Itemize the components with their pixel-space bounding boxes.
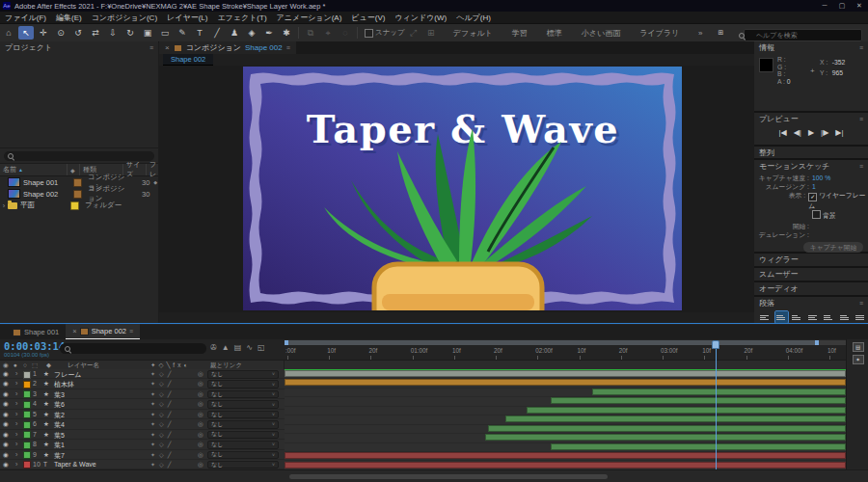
maximize-button[interactable]: ▢ bbox=[833, 2, 851, 10]
pickwhip-icon[interactable]: ◎ bbox=[198, 400, 203, 408]
menu-item-6[interactable]: ビュー(V) bbox=[346, 13, 390, 23]
mini-map-icon[interactable]: ✦ bbox=[853, 355, 864, 364]
align-button-2[interactable] bbox=[791, 311, 804, 323]
workspace-2[interactable]: 標準 bbox=[547, 28, 562, 39]
twirl-icon[interactable]: › bbox=[15, 441, 17, 447]
eraser-tool-icon[interactable]: ◈ bbox=[244, 26, 259, 40]
twirl-icon[interactable]: › bbox=[15, 400, 17, 407]
eye-icon[interactable]: ◉ bbox=[3, 431, 9, 439]
layer-switch-icons[interactable]: ✦◇╱ bbox=[150, 420, 175, 427]
layer-duration-bar[interactable] bbox=[285, 452, 846, 459]
layer-row-6[interactable]: ◉›6★葉4✦◇╱◎なし˅ bbox=[0, 419, 285, 429]
parent-link-dropdown[interactable]: なし˅ bbox=[207, 420, 279, 429]
layer-switch-icons[interactable]: ✦◇╱ bbox=[150, 370, 175, 377]
comp-button-icon[interactable]: ▤ bbox=[853, 342, 864, 352]
label-chip[interactable] bbox=[23, 390, 31, 398]
zoom-out-icon[interactable]: ⤢ bbox=[406, 26, 421, 40]
composition-viewer[interactable]: Taper & Wave Taper & Wave (69.8 %) ˅ フル画… bbox=[159, 66, 754, 312]
label-chip[interactable] bbox=[23, 442, 31, 449]
snap-toggle[interactable]: スナップ bbox=[365, 28, 405, 38]
twirl-icon[interactable]: › bbox=[15, 420, 17, 427]
close-button[interactable]: ✕ bbox=[851, 2, 868, 10]
switches-column-icons[interactable]: ✦◇╲fx◐ bbox=[150, 362, 190, 369]
selection-tool-icon[interactable]: ↖ bbox=[18, 26, 34, 40]
layer-duration-bar[interactable] bbox=[551, 443, 846, 450]
eye-icon[interactable]: ◉ bbox=[3, 400, 9, 408]
project-item-1[interactable]: Shape 002コンポジション30 bbox=[0, 188, 158, 200]
pickwhip-icon[interactable]: ◎ bbox=[198, 461, 203, 469]
label-chip[interactable] bbox=[73, 178, 82, 187]
project-item-2[interactable]: ›平面フォルダー bbox=[0, 200, 158, 211]
home-tool-icon[interactable]: ⌂ bbox=[1, 26, 16, 40]
pickwhip-icon[interactable]: ◎ bbox=[198, 370, 203, 378]
layer-duration-bar[interactable] bbox=[285, 370, 846, 377]
align-button-3[interactable] bbox=[807, 311, 821, 323]
menu-item-0[interactable]: ファイル(F) bbox=[0, 13, 51, 23]
pan-camera-tool-icon[interactable]: ⇄ bbox=[88, 26, 103, 40]
minimize-button[interactable]: ─ bbox=[816, 2, 833, 10]
twirl-icon[interactable]: › bbox=[0, 202, 8, 209]
label-chip[interactable] bbox=[23, 431, 31, 439]
frame-blend-icon[interactable]: ∿ bbox=[246, 343, 253, 352]
project-column-headers[interactable]: 名前 ▲ ◆ 種類 サイズ フレ bbox=[0, 164, 158, 176]
layer-switch-icons[interactable]: ✦◇╱ bbox=[150, 380, 175, 387]
marker-column-icon[interactable]: ◆ bbox=[46, 362, 51, 369]
rotation-tool-icon[interactable]: ↻ bbox=[122, 26, 138, 40]
timeline-tab-shape002[interactable]: × Shape 002 ≡ bbox=[66, 324, 140, 339]
close-tab-icon[interactable]: × bbox=[165, 43, 170, 52]
layer-switch-icons[interactable]: ✦◇╱ bbox=[150, 431, 175, 438]
camera-tool-icon[interactable]: ▣ bbox=[140, 26, 155, 40]
layer-row-2[interactable]: ◉›2★植木鉢✦◇╱◎なし˅ bbox=[0, 379, 285, 388]
menu-item-7[interactable]: ウィンドウ(W) bbox=[390, 13, 451, 23]
parent-link-dropdown[interactable]: なし˅ bbox=[207, 461, 279, 469]
align-button-5[interactable] bbox=[839, 311, 853, 323]
close-tab-icon[interactable]: × bbox=[72, 327, 76, 335]
pickwhip-icon[interactable]: ◎ bbox=[198, 420, 203, 428]
capture-speed-value[interactable]: 100 % bbox=[812, 174, 830, 182]
eye-icon[interactable]: ◉ bbox=[3, 390, 9, 398]
work-area-start-handle[interactable] bbox=[285, 340, 288, 345]
workspace-4[interactable]: ライブラリ bbox=[639, 28, 679, 39]
snap-checkbox[interactable] bbox=[365, 29, 373, 38]
first-frame-button[interactable]: |◀ bbox=[778, 128, 786, 137]
workspace-overflow-icon[interactable]: » bbox=[698, 29, 702, 38]
audio-panel-title[interactable]: オーディオ bbox=[759, 283, 799, 294]
zoom-tool-icon[interactable]: ⊙ bbox=[53, 26, 68, 40]
shy-layers-icon[interactable]: ▤ bbox=[234, 343, 242, 352]
parent-link-dropdown[interactable]: なし˅ bbox=[207, 431, 279, 440]
parent-link-dropdown[interactable]: なし˅ bbox=[207, 400, 279, 409]
puppet-pin-tool-icon[interactable]: ✱ bbox=[279, 26, 294, 40]
label-chip[interactable] bbox=[23, 461, 31, 469]
panel-menu-icon[interactable]: ≡ bbox=[149, 44, 153, 51]
dolly-tool-icon[interactable]: ⇩ bbox=[105, 26, 121, 40]
panel-menu-icon[interactable]: ≡ bbox=[286, 44, 290, 51]
layer-switch-icons[interactable]: ✦◇╱ bbox=[150, 441, 175, 447]
panel-menu-icon[interactable]: ≡ bbox=[129, 328, 133, 335]
smoothing-value[interactable]: 1 bbox=[812, 182, 816, 191]
layer-switch-icons[interactable]: ✦◇╱ bbox=[150, 461, 175, 468]
eye-icon[interactable]: ◉ bbox=[3, 411, 9, 418]
panel-menu-icon[interactable]: ≡ bbox=[859, 300, 863, 307]
layer-switch-icons[interactable]: ✦◇╱ bbox=[150, 451, 175, 458]
timeline-search[interactable] bbox=[60, 343, 206, 354]
parent-link-dropdown[interactable]: なし˅ bbox=[207, 441, 279, 449]
layer-duration-bar[interactable] bbox=[285, 379, 846, 386]
solo-column-icon[interactable]: ○ bbox=[23, 362, 27, 368]
work-area-bar[interactable] bbox=[285, 340, 846, 345]
pickwhip-icon[interactable]: ◎ bbox=[198, 411, 203, 418]
layer-name[interactable]: Taper & Wave bbox=[54, 461, 96, 468]
fit-icon[interactable]: ⊞ bbox=[423, 26, 439, 40]
eye-icon[interactable]: ◉ bbox=[3, 380, 9, 388]
twirl-icon[interactable]: › bbox=[15, 390, 17, 397]
layer-duration-bar[interactable] bbox=[488, 425, 846, 432]
align-button-6[interactable] bbox=[854, 311, 868, 323]
parent-link-dropdown[interactable]: なし˅ bbox=[207, 411, 279, 419]
label-chip[interactable] bbox=[23, 381, 31, 388]
align-button-4[interactable] bbox=[823, 311, 836, 323]
play-button[interactable]: ▶ bbox=[808, 128, 814, 137]
layer-switch-icons[interactable]: ✦◇╱ bbox=[150, 390, 175, 397]
menu-item-3[interactable]: レイヤー(L) bbox=[162, 13, 212, 23]
layer-row-5[interactable]: ◉›5★葉2✦◇╱◎なし˅ bbox=[0, 410, 285, 419]
type-tool-icon[interactable]: T bbox=[192, 26, 207, 40]
layer-duration-bar[interactable] bbox=[592, 388, 846, 395]
